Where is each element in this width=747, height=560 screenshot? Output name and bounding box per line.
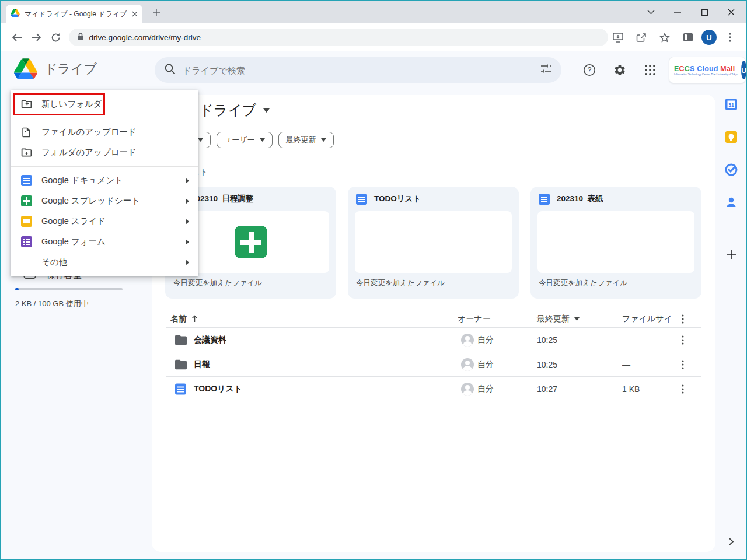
sheets-logo-icon [235, 226, 267, 258]
file-size: 1 KB [622, 384, 640, 394]
window-close-button[interactable] [718, 1, 745, 23]
forward-icon[interactable] [26, 27, 46, 47]
column-header-size[interactable]: ファイルサイ [622, 314, 672, 324]
table-row[interactable]: TODOリスト 自分 10:27 1 KB [166, 377, 701, 401]
share-icon[interactable] [631, 27, 651, 47]
menu-item-folder-upload[interactable]: フォルダのアップロード [11, 142, 198, 163]
column-header-modified[interactable]: 最終更新 [537, 314, 580, 324]
browser-tab[interactable]: マイドライブ - Google ドライブ [6, 5, 142, 23]
add-addon-icon[interactable] [726, 249, 736, 260]
back-icon[interactable] [7, 27, 26, 47]
workspace-side-rail: 31 [715, 89, 747, 559]
owner-name: 自分 [477, 359, 494, 370]
main-content: マイドライブ 種類 ユーザー 最終更新 候補リスト [152, 94, 715, 552]
browser-window: マイドライブ - Google ドライブ [0, 0, 747, 560]
browser-toolbar: drive.google.com/drive/my-drive U [1, 23, 746, 51]
docs-file-icon [539, 194, 550, 205]
eccs-tagline: Information Technology Center, The Unive… [674, 73, 738, 76]
help-icon[interactable]: ? [578, 58, 601, 82]
new-tab-button[interactable] [151, 7, 162, 19]
chevron-down-icon [198, 138, 203, 142]
table-row[interactable]: 会議資料 自分 10:25 — [166, 328, 701, 352]
menu-item-google-sheets[interactable]: Google スプレッドシート [11, 191, 198, 211]
eccs-account-badge[interactable]: ECCS Cloud Mail Information Technology C… [669, 57, 746, 83]
browser-titlebar: マイドライブ - Google ドライブ [1, 1, 746, 23]
row-menu-icon[interactable] [682, 335, 684, 345]
bookmark-star-icon[interactable] [655, 27, 675, 47]
drive-search-bar[interactable] [155, 57, 561, 83]
forms-icon [21, 236, 32, 247]
submenu-arrow-icon [186, 237, 189, 247]
drive-header: ドライブ ? ECCS Cloud Mail [1, 51, 746, 89]
table-row[interactable]: 日報 自分 10:25 — [166, 352, 701, 377]
tab-search-chevron-icon[interactable] [637, 1, 664, 23]
owner-avatar [461, 358, 474, 371]
svg-text:31: 31 [728, 102, 734, 108]
column-header-name[interactable]: 名前 [170, 314, 198, 324]
search-options-icon[interactable] [540, 64, 552, 76]
file-name[interactable]: 会議資料 [194, 335, 226, 345]
url-bar[interactable]: drive.google.com/drive/my-drive [69, 29, 608, 46]
tab-close-icon[interactable] [132, 11, 138, 17]
card-title: 202310_表紙 [557, 194, 603, 204]
folder-icon [175, 359, 187, 369]
search-icon [164, 63, 176, 77]
drive-account-avatar[interactable]: U [741, 61, 746, 79]
suggested-card[interactable]: TODOリスト 今日変更を加えたファイル [348, 187, 519, 299]
apps-grid-icon[interactable] [638, 58, 662, 82]
menu-item-file-upload[interactable]: ファイルのアップロード [11, 122, 198, 142]
card-caption: 今日変更を加えたファイル [356, 278, 511, 288]
drive-logo[interactable]: ドライブ [14, 58, 97, 79]
modified-time: 10:27 [537, 384, 557, 394]
contacts-icon[interactable] [725, 196, 738, 209]
owner-name: 自分 [477, 335, 494, 345]
row-menu-icon[interactable] [682, 384, 684, 394]
install-app-icon[interactable] [608, 27, 628, 47]
menu-item-google-forms[interactable]: Google フォーム [11, 232, 198, 252]
menu-item-google-docs[interactable]: Google ドキュメント [11, 170, 198, 191]
tab-title: マイドライブ - Google ドライブ [25, 9, 127, 19]
file-size: — [622, 360, 630, 369]
owner-avatar [461, 383, 474, 396]
search-input[interactable] [183, 65, 533, 75]
owner-avatar [461, 334, 474, 346]
window-maximize-button[interactable] [691, 1, 718, 23]
folder-upload-icon [20, 146, 33, 159]
collapse-panel-chevron-icon[interactable] [729, 538, 734, 545]
window-minimize-button[interactable] [664, 1, 691, 23]
file-table: 名前 オーナー 最終更新 ファイルサイ [166, 310, 701, 401]
modified-time: 10:25 [537, 335, 557, 345]
sheets-icon [21, 195, 32, 206]
browser-profile-avatar[interactable]: U [701, 30, 717, 45]
card-title: 202310_日程調整 [191, 194, 254, 204]
calendar-icon[interactable]: 31 [725, 98, 738, 111]
submenu-arrow-icon [186, 217, 189, 226]
file-name[interactable]: TODOリスト [194, 384, 242, 394]
settings-gear-icon[interactable] [608, 58, 631, 82]
app-name: ドライブ [44, 60, 97, 78]
menu-divider [11, 166, 198, 167]
keep-icon[interactable] [725, 131, 738, 144]
file-name[interactable]: 日報 [194, 359, 210, 370]
owner-name: 自分 [477, 384, 494, 394]
reload-icon[interactable] [46, 27, 65, 47]
side-panel-icon[interactable] [678, 27, 698, 47]
filter-chip-people[interactable]: ユーザー [217, 132, 273, 148]
column-header-owner[interactable]: オーナー [458, 314, 491, 324]
chevron-down-icon [260, 138, 265, 142]
drive-app-area: 保存容量 2 KB / 100 GB 使用中 マイドライブ 種類 ユーザー [1, 89, 746, 559]
filter-chip-modified[interactable]: 最終更新 [278, 132, 334, 148]
storage-progress-bar [15, 288, 123, 290]
suggested-card[interactable]: 202310_表紙 今日変更を加えたファイル [530, 187, 701, 299]
menu-item-google-slides[interactable]: Google スライド [11, 211, 198, 232]
table-options-icon[interactable] [682, 314, 684, 324]
storage-progress-fill [15, 288, 19, 290]
tasks-icon[interactable] [725, 163, 738, 176]
url-text: drive.google.com/drive/my-drive [89, 33, 201, 42]
new-menu: 新しいフォルダ ファイルのアップロード フォルダのアップロード Google ド… [11, 90, 198, 276]
menu-item-more[interactable]: その他 [11, 252, 198, 272]
docs-icon [21, 175, 32, 186]
drive-logo-icon [14, 58, 37, 79]
browser-menu-icon[interactable] [720, 27, 740, 47]
row-menu-icon[interactable] [682, 360, 684, 369]
